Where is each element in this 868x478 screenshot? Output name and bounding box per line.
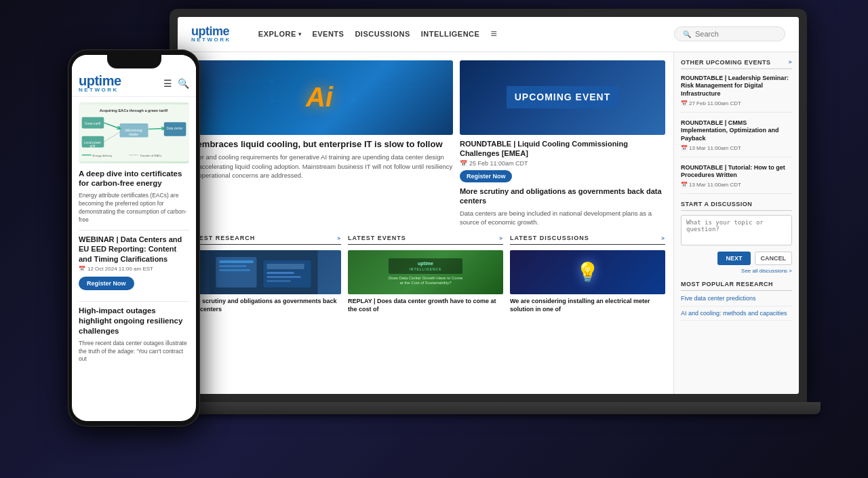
svg-rect-29 [220,260,254,263]
hero-event: UPCOMING EVENT ROUNDTABLE | Liquid Cooli… [460,60,665,227]
discussions-thumbnail: 💡 [510,250,665,294]
see-all-discussions-link[interactable]: See all discussions > [681,268,792,274]
event-desc-title[interactable]: More scrutiny and obligations as governm… [460,186,665,206]
search-input[interactable] [695,30,776,38]
discussions-article-title[interactable]: We are considering installing an electri… [510,298,665,313]
sidebar: OTHER UPCOMING EVENTS > ROUNDTABLE | Lea… [673,52,799,394]
nav-hamburger-icon[interactable]: ≡ [490,28,497,40]
popular-section: MOST POPULAR RESEARCH Five data center p… [681,281,792,321]
search-bar[interactable]: 🔍 [674,26,785,41]
sidebar-event2-date: 📅 13 Mar 11:00am CDT [681,145,792,151]
research-article-title[interactable]: More scrutiny and obligations as governm… [186,298,341,313]
calendar-icon: 📅 [681,100,688,106]
svg-text:retailer: retailer [129,132,139,136]
hero-article-desc: Power and cooling requirements for gener… [186,153,453,180]
svg-rect-35 [267,276,301,278]
nav-discussions[interactable]: DISCUSSIONS [355,30,410,38]
calendar-icon: 📅 [79,266,85,272]
phone-featured-image: Acquiring EACs through a green tariff Gr… [79,102,189,163]
events-thumb-content: uptime INTELLIGENCE Does Data Center Gro… [386,256,465,289]
svg-text:grid: grid [90,144,96,148]
discussion-input[interactable] [681,215,792,245]
calendar-icon: 📅 [681,182,688,188]
popular-item-1[interactable]: Five data center predictions [681,295,792,306]
phone-content: Acquiring EACs through a green tariff Gr… [72,97,196,370]
research-img [186,250,341,294]
discussions-section: LATEST DISCUSSIONS > 💡 We are considerin… [510,235,665,313]
sidebar-event1-title[interactable]: ROUNDTABLE | Leadership Seminar: Risk Ma… [681,75,792,98]
sidebar-event-2: ROUNDTABLE | CMMS Implementation, Optimi… [681,119,792,157]
sidebar-event3-title[interactable]: ROUNDTABLE | Tutorial: How to get Proced… [681,164,792,180]
hero-article: Ai AI embraces liquid cooling, but enter… [186,60,453,227]
search-icon[interactable]: 🔍 [178,78,189,89]
sidebar-event2-title[interactable]: ROUNDTABLE | CMMS Implementation, Optimi… [681,119,792,143]
sidebar-event-3: ROUNDTABLE | Tutorial: How to get Proced… [681,164,792,194]
svg-text:Energy delivery: Energy delivery [92,154,113,157]
svg-point-24 [271,79,273,82]
discussions-link[interactable]: > [661,235,665,241]
hamburger-icon[interactable]: ☰ [163,78,172,89]
laptop-body: uptime NETWORK EXPLORE ▾ EVENTS DISCUSSI… [170,9,807,402]
research-thumbnail [186,250,341,294]
research-link[interactable]: > [337,235,341,241]
popular-title: MOST POPULAR RESEARCH [681,281,792,291]
nav-intelligence[interactable]: INTELLIGENCE [421,30,480,38]
event-date: 📅 25 Feb 11:00am CDT [460,160,665,167]
hero-article-title[interactable]: AI embraces liquid cooling, but enterpri… [186,139,453,151]
circuit-bg [186,60,453,135]
svg-rect-31 [220,269,250,271]
svg-text:Utility/energy: Utility/energy [125,129,144,132]
laptop-screen: uptime NETWORK EXPLORE ▾ EVENTS DISCUSSI… [178,17,799,394]
popular-item-2[interactable]: AI and cooling: methods and capacities [681,310,792,321]
phone-device: uptime NETWORK ☰ 🔍 Acquiring EACs thro [68,49,200,426]
cancel-button[interactable]: CANCEL [755,252,793,265]
events-link[interactable]: > [499,235,503,241]
nav-explore[interactable]: EXPLORE ▾ [258,30,302,38]
discussion-title: START A DISCUSSION [681,201,792,211]
divider2 [79,301,189,302]
site-nav: uptime NETWORK EXPLORE ▾ EVENTS DISCUSSI… [178,17,799,52]
sections-row: LATEST RESEARCH > [186,235,665,313]
site-logo: uptime NETWORK [191,25,231,43]
svg-line-14 [148,128,163,129]
events-section: LATEST EVENTS > uptime INTELLIGENCE [348,235,503,313]
phone-register-button[interactable]: Register Now [79,277,134,290]
explore-arrow-icon: ▾ [298,31,302,37]
svg-point-26 [352,100,355,102]
lightbulb-icon: 💡 [576,261,599,283]
hero-row: Ai AI embraces liquid cooling, but enter… [186,60,665,227]
register-button[interactable]: Register Now [460,170,513,182]
events-article-title[interactable]: REPLAY | Does data center growth have to… [348,298,503,313]
calendar-icon: 📅 [681,145,688,151]
discussions-header: LATEST DISCUSSIONS > [510,235,665,245]
eac-diagram: Acquiring EACs through a green tariff Gr… [79,102,189,163]
events-thumbnail: uptime INTELLIGENCE Does Data Center Gro… [348,250,503,294]
svg-text:Transfer of EACs: Transfer of EACs [140,154,161,157]
site-content: Ai AI embraces liquid cooling, but enter… [178,52,799,394]
upcoming-events-link[interactable]: > [789,59,792,66]
phone-notch [107,55,161,68]
next-button[interactable]: NEXT [717,252,750,265]
discussion-buttons: NEXT CANCEL [681,252,792,265]
phone-article2-title[interactable]: High-impact outages highlight ongoing re… [79,306,189,336]
event-title[interactable]: ROUNDTABLE | Liquid Cooling Commissionin… [460,139,665,159]
research-header: LATEST RESEARCH > [186,235,341,245]
laptop-container: uptime NETWORK ☰ 🔍 Acquiring EACs thro [61,9,807,470]
svg-text:Local power: Local power [84,140,101,144]
laptop-device: uptime NETWORK EXPLORE ▾ EVENTS DISCUSSI… [170,9,807,429]
phone-webinar-date: 📅 12 Oct 2024 11:00 am EST [79,266,189,272]
phone-webinar-title[interactable]: WEBINAR | Data Centers and EU EED Report… [79,235,189,264]
phone-article1-title[interactable]: A deep dive into certificates for carbon… [79,169,189,189]
phone-article2-desc: Three recent data center outages illustr… [79,340,189,364]
events-header: LATEST EVENTS > [348,235,503,245]
svg-rect-34 [267,272,294,274]
phone-screen: uptime NETWORK ☰ 🔍 Acquiring EACs thro [72,55,196,421]
nav-events[interactable]: EVENTS [312,30,344,38]
svg-text:Green tariff: Green tariff [85,121,101,125]
svg-text:Acquiring EACs through a green: Acquiring EACs through a green tariff [100,108,168,113]
calendar-icon: 📅 [460,160,467,167]
sidebar-event3-date: 📅 13 Mar 11:00am CDT [681,182,792,188]
phone-nav-icons: ☰ 🔍 [163,78,189,89]
hero-article-image: Ai [186,60,453,135]
discussion-section: START A DISCUSSION NEXT CANCEL See all d… [681,201,792,274]
